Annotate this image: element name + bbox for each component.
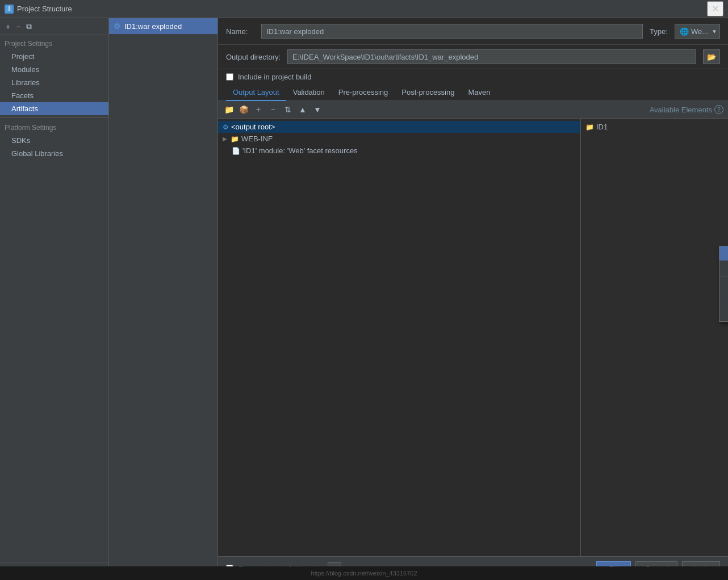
type-label: Type: [650, 27, 668, 36]
sidebar-item-artifacts[interactable]: Artifacts [0, 102, 108, 115]
title-bar: I Project Structure ✕ [0, 0, 728, 18]
artifact-icon: ⚙ [114, 22, 121, 31]
context-menu-item-collapse-all[interactable]: ≡ Collapse All Ctrl+NumPad - [719, 306, 728, 321]
type-value-text: We... [691, 27, 708, 36]
tab-pre-processing[interactable]: Pre-processing [332, 85, 395, 101]
context-menu-item-find-usages[interactable]: 🔍 Find Usages Alt+F7 [719, 278, 728, 292]
help-icon[interactable]: ? [714, 105, 723, 114]
include-in-build-label: Include in project build [238, 73, 311, 81]
context-menu: Put into Output Root Navigate F4 🔍 [719, 246, 728, 322]
detail-area: Name: Type: 🌐 We... ▼ Output directory: … [218, 18, 728, 580]
folder-icon: 📁 [231, 135, 239, 143]
include-in-build-checkbox[interactable] [226, 73, 233, 81]
sidebar-remove-button[interactable]: − [14, 21, 23, 32]
artifact-list-item[interactable]: ⚙ ID1:war exploded [109, 18, 217, 34]
output-tree-item-root[interactable]: ⚙ <output root> [218, 121, 580, 133]
available-tree: 📁 ID1 [580, 119, 728, 556]
tab-maven[interactable]: Maven [461, 85, 497, 101]
chevron-down-icon: ▼ [712, 28, 717, 35]
output-dir-label: Output directory: [226, 53, 281, 61]
remove-button[interactable]: － [267, 103, 279, 116]
context-menu-item-navigate[interactable]: Navigate F4 [719, 260, 728, 275]
name-label: Name: [226, 27, 254, 36]
add-button[interactable]: ＋ [252, 103, 265, 116]
sidebar-item-facets[interactable]: Facets [0, 89, 108, 102]
output-area: 📁 📦 ＋ － ⇅ ▲ ▼ Available Elements ? [218, 101, 728, 556]
main-container: + − ⧉ Project Settings Project Modules L… [0, 18, 728, 580]
sidebar-item-sdks[interactable]: SDKs [0, 134, 108, 147]
sidebar-add-button[interactable]: + [3, 21, 12, 32]
folder-icon: 📂 [707, 53, 716, 61]
project-settings-label: Project Settings [0, 35, 108, 50]
output-content: ⚙ <output root> ▶ 📁 WEB-INF 📄 'ID1' modu… [218, 119, 728, 556]
output-tree-item-webinf[interactable]: ▶ 📁 WEB-INF [218, 133, 580, 145]
tab-post-processing[interactable]: Post-processing [395, 85, 461, 101]
available-tree-item-id1[interactable]: 📁 ID1 [581, 121, 728, 133]
available-folder-icon: 📁 [585, 123, 594, 131]
output-tree-item-module[interactable]: 📄 'ID1' module: 'Web' facet resources [218, 145, 580, 157]
module-icon: 📄 [232, 147, 240, 155]
app-icon: I [5, 5, 14, 14]
sidebar-toolbar: + − ⧉ [0, 18, 108, 35]
sidebar-copy-button[interactable]: ⧉ [24, 20, 34, 32]
available-elements-label: Available Elements ? [650, 105, 723, 114]
sidebar: + − ⧉ Project Settings Project Modules L… [0, 18, 109, 580]
output-tree: ⚙ <output root> ▶ 📁 WEB-INF 📄 'ID1' modu… [218, 119, 580, 556]
tab-output-layout[interactable]: Output Layout [226, 85, 286, 101]
create-dir-button[interactable]: 📁 [223, 103, 235, 116]
content-body: ⚙ ID1:war exploded Name: Type: 🌐 We... ▼… [109, 18, 728, 580]
output-dir-input[interactable] [287, 49, 696, 64]
tab-validation[interactable]: Validation [286, 85, 332, 101]
context-menu-separator [719, 276, 728, 276]
move-up-button[interactable]: ▲ [296, 103, 309, 116]
include-in-build-row: Include in project build [218, 69, 728, 85]
browse-folder-button[interactable]: 📂 [703, 49, 720, 64]
output-toolbar: 📁 📦 ＋ － ⇅ ▲ ▼ Available Elements ? [218, 101, 728, 119]
type-dropdown[interactable]: 🌐 We... ▼ [675, 24, 720, 39]
expand-arrow-icon: ▶ [223, 136, 227, 142]
watermark-text: https://blog.csdn.net/weixin_43316702 [311, 570, 417, 577]
sidebar-item-project[interactable]: Project [0, 50, 108, 63]
close-button[interactable]: ✕ [707, 1, 723, 16]
artifact-item-label: ID1:war exploded [124, 22, 182, 31]
context-menu-item-expand-all[interactable]: ≡ Expand All Ctrl+NumPad + [719, 292, 728, 306]
sidebar-item-global-libraries[interactable]: Global Libraries [0, 147, 108, 160]
artifact-list-column: ⚙ ID1:war exploded [109, 18, 218, 580]
type-icon: 🌐 [680, 27, 689, 36]
sidebar-item-libraries[interactable]: Libraries [0, 76, 108, 89]
window-title: Project Structure [17, 5, 72, 13]
move-down-button[interactable]: ▼ [311, 103, 324, 116]
name-type-row: Name: Type: 🌐 We... ▼ [218, 18, 728, 45]
root-icon: ⚙ [223, 123, 229, 131]
watermark: https://blog.csdn.net/weixin_43316702 [0, 566, 728, 580]
name-input[interactable] [261, 24, 643, 39]
create-archive-button[interactable]: 📦 [237, 103, 250, 116]
sort-button[interactable]: ⇅ [282, 103, 294, 116]
tabs-row: Output Layout Validation Pre-processing … [218, 85, 728, 101]
svg-text:I: I [8, 6, 10, 12]
sidebar-item-modules[interactable]: Modules [0, 63, 108, 76]
output-dir-row: Output directory: 📂 [218, 45, 728, 69]
context-menu-item-put-into-root[interactable]: Put into Output Root [719, 246, 728, 260]
platform-settings-label: Platform Settings [0, 117, 108, 134]
title-bar-left: I Project Structure [5, 5, 72, 14]
